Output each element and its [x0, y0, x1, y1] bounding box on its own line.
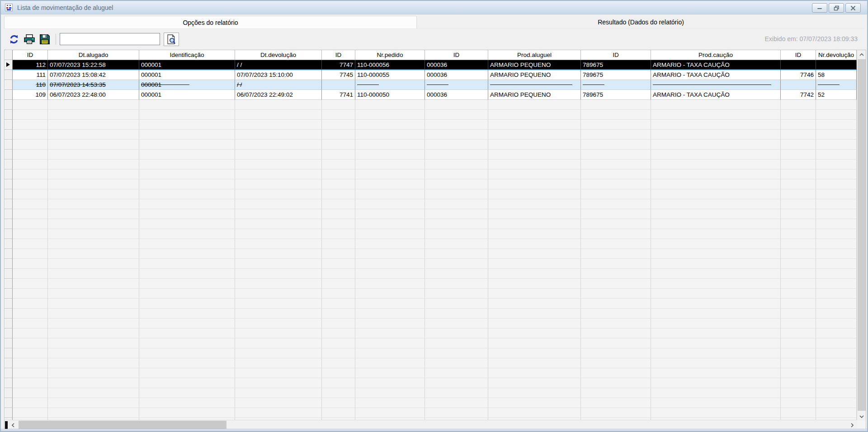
table-cell[interactable]: ARMARIO - TAXA CAUÇÃO	[651, 60, 781, 70]
table-cell[interactable]: 000001	[139, 70, 235, 80]
table-cell[interactable]: 07/07/2023 15:22:58	[48, 60, 139, 70]
preview-button[interactable]	[164, 33, 179, 46]
column-header[interactable]: Prod.caução	[651, 50, 781, 60]
empty-cell	[425, 299, 488, 309]
table-cell[interactable]: 000001	[139, 60, 235, 70]
table-cell[interactable]: ARMARIO PEQUENO	[488, 90, 581, 100]
column-header[interactable]: Dt.devolução	[235, 50, 322, 60]
table-cell[interactable]: 7745	[322, 70, 355, 80]
column-header[interactable]: ID	[322, 50, 355, 60]
vertical-scroll-thumb[interactable]	[858, 59, 866, 411]
column-header[interactable]: Nr.devolução	[816, 50, 857, 60]
column-header[interactable]: Identificação	[139, 50, 235, 60]
table-cell[interactable]: 7746	[781, 70, 816, 80]
empty-cell	[425, 309, 488, 319]
table-cell[interactable]: ARMARIO PEQUENO	[488, 70, 581, 80]
table-cell[interactable]	[425, 80, 488, 90]
row-indicator-cell	[5, 100, 13, 110]
table-cell[interactable]: 000036	[425, 90, 488, 100]
table-cell[interactable]: 52	[816, 90, 857, 100]
empty-cell	[355, 160, 425, 169]
table-cell[interactable]: 110-000050	[355, 90, 425, 100]
vertical-scrollbar[interactable]	[857, 50, 866, 421]
empty-cell	[355, 398, 425, 408]
table-cell[interactable]: ARMARIO - TAXA CAUÇÃO	[651, 70, 781, 80]
table-cell[interactable]: 06/07/2023 22:49:02	[235, 90, 322, 100]
scroll-up-button[interactable]	[857, 50, 866, 59]
empty-cell	[322, 259, 355, 269]
table-cell[interactable]: 07/07/2023 15:08:42	[48, 70, 139, 80]
column-header[interactable]: Dt.alugado	[48, 50, 139, 60]
table-cell[interactable]	[581, 80, 651, 90]
horizontal-scrollbar[interactable]	[5, 420, 857, 430]
cell-value: 000001	[141, 91, 161, 98]
table-row[interactable]: 11007/07/2023 14:53:35000001/ /	[5, 80, 857, 90]
refresh-button[interactable]	[8, 33, 20, 46]
empty-cell	[48, 388, 139, 398]
table-cell[interactable]: 06/07/2023 22:48:00	[48, 90, 139, 100]
table-cell[interactable]: 789675	[581, 70, 651, 80]
table-cell[interactable]: ARMARIO - TAXA CAUÇÃO	[651, 90, 781, 100]
tab-report-result[interactable]: Resultado (Dados do relatório)	[417, 16, 865, 28]
table-cell[interactable]	[816, 80, 857, 90]
table-cell[interactable]: 789675	[581, 90, 651, 100]
column-header[interactable]: ID	[781, 50, 816, 60]
table-cell[interactable]: ARMARIO PEQUENO	[488, 60, 581, 70]
horizontal-scroll-thumb[interactable]	[19, 421, 226, 429]
table-cell[interactable]	[651, 80, 781, 90]
empty-cell	[139, 358, 235, 368]
column-header[interactable]: ID	[13, 50, 48, 60]
close-button[interactable]	[845, 3, 861, 13]
table-cell[interactable]: 7747	[322, 60, 355, 70]
table-cell[interactable]: 789675	[581, 60, 651, 70]
print-button[interactable]	[23, 33, 36, 46]
restore-button[interactable]	[829, 3, 844, 13]
table-cell[interactable]: 58	[816, 70, 857, 80]
scroll-down-button[interactable]	[857, 412, 866, 421]
table-cell[interactable]	[488, 80, 581, 90]
minimize-button[interactable]	[812, 3, 827, 13]
table-cell[interactable]: 000036	[425, 60, 488, 70]
table-cell[interactable]	[816, 60, 857, 70]
table-cell[interactable]: 110-000055	[355, 70, 425, 80]
column-header[interactable]: Prod.aluguel	[488, 50, 581, 60]
table-cell[interactable]	[781, 80, 816, 90]
close-icon	[850, 5, 856, 11]
search-input[interactable]	[60, 33, 160, 45]
table-row[interactable]: 11107/07/2023 15:08:4200000107/07/2023 1…	[5, 70, 857, 80]
empty-cell	[581, 150, 651, 160]
table-row[interactable]: 11207/07/2023 15:22:58000001/ /7747110-0…	[5, 60, 857, 70]
table-cell[interactable]	[355, 80, 425, 90]
table-cell[interactable]: 7741	[322, 90, 355, 100]
table-cell[interactable]: / /	[235, 60, 322, 70]
table-cell[interactable]: 000036	[425, 70, 488, 80]
save-button[interactable]	[38, 33, 51, 46]
column-header[interactable]: Nr.pedido	[355, 50, 425, 60]
table-cell[interactable]: 110-000056	[355, 60, 425, 70]
empty-cell	[651, 100, 781, 110]
empty-cell	[13, 358, 48, 368]
table-cell[interactable]: 109	[13, 90, 48, 100]
data-grid[interactable]: IDDt.alugadoIdentificaçãoDt.devoluçãoIDN…	[4, 50, 866, 430]
table-cell[interactable]: / /	[235, 80, 322, 90]
empty-cell	[322, 160, 355, 169]
row-indicator-cell	[5, 309, 13, 319]
titlebar[interactable]: Lista de movimentação de aluguel	[1, 1, 867, 14]
tab-report-options[interactable]: Opções do relatório	[4, 16, 417, 28]
table-cell[interactable]: 7742	[781, 90, 816, 100]
empty-cell	[322, 239, 355, 249]
column-header[interactable]: ID	[425, 50, 488, 60]
table-cell[interactable]: 110	[13, 80, 48, 90]
empty-cell	[48, 110, 139, 120]
table-cell[interactable]: 07/07/2023 15:10:00	[235, 70, 322, 80]
table-cell[interactable]: 112	[13, 60, 48, 70]
table-cell[interactable]: 000001	[139, 90, 235, 100]
table-cell[interactable]: 000001	[139, 80, 235, 90]
column-header[interactable]: ID	[581, 50, 651, 60]
table-cell[interactable]	[781, 60, 816, 70]
table-cell[interactable]: 111	[13, 70, 48, 80]
table-cell[interactable]: 07/07/2023 14:53:35	[48, 80, 139, 90]
table-row[interactable]: 10906/07/2023 22:48:0000000106/07/2023 2…	[5, 90, 857, 100]
empty-cell	[322, 189, 355, 199]
table-cell[interactable]	[322, 80, 355, 90]
